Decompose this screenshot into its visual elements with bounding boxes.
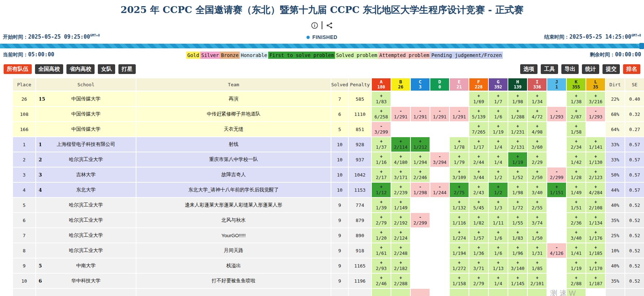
tries-time: 1/170 (589, 266, 602, 271)
tries-time: 1/31 (532, 251, 543, 256)
tries-time: 1/17 (473, 144, 484, 150)
tries-time: 1/69 (473, 99, 484, 105)
school-rank: 15 (39, 96, 45, 102)
penalty-cell: 774 (349, 198, 371, 212)
team-row[interactable]: 2615中国传媒大学再演7585+1/83+1/69+1/7+1/98+1/34… (13, 92, 644, 106)
button-rank[interactable]: 排名 (623, 64, 640, 74)
team-row[interactable]: 108中国传媒大学中传赶紧修椰子井地道队61110+6/258-1/291-1/… (13, 107, 644, 121)
tries-time: 2/43 (473, 190, 484, 196)
problem-cell-B: +1/149 (391, 198, 410, 212)
problem-cell-E: +1/132 (450, 198, 469, 212)
problem-cell-C (411, 122, 430, 136)
team-cell: 北风与秋水 (136, 213, 331, 227)
tries-time: 1/294 (413, 160, 427, 165)
problem-cell-H: +1/19 (508, 152, 527, 167)
column-header-team: Team (136, 78, 331, 91)
problem-header-I[interactable]: I336 (528, 78, 547, 91)
button-girls-teams[interactable]: 女队 (98, 64, 115, 74)
problem-solved-count: 139 (514, 85, 522, 90)
team-row[interactable]: 6哈尔滨工业大学北风与秋水9879+2/79+2/192-2/299+1/116… (13, 213, 644, 227)
button-starred-teams[interactable]: 打星 (118, 64, 136, 74)
problem-cell-C: +1/294 (411, 152, 430, 167)
attempt-mark: + (497, 93, 499, 99)
problem-header-E[interactable]: E21 (450, 78, 469, 91)
problem-cell-G: +1/19 (489, 122, 508, 136)
attempt-mark: + (516, 169, 519, 175)
problem-header-B[interactable]: B26 (391, 78, 410, 91)
button-tools[interactable]: 工具 (541, 64, 558, 74)
tries-time: 1/158 (452, 281, 466, 287)
attempt-mark: + (497, 109, 499, 114)
attempt-mark: - (438, 184, 441, 190)
problem-cell-A: +1/20 (372, 228, 391, 243)
problem-cell-K: +1/41 (567, 243, 586, 258)
problem-header-G[interactable]: G392 (489, 78, 508, 91)
tries-time: 1/4 (494, 160, 502, 165)
problem-header-C[interactable]: C3 (411, 78, 430, 91)
problem-cell-G: +1/2 (489, 167, 508, 182)
problem-cell-L: +4/284 (586, 183, 605, 197)
tries-time: 1/28 (571, 175, 582, 180)
tries-time: 1/291 (413, 114, 427, 120)
problem-cell-K: +2/88 (567, 274, 586, 288)
attempt-mark: + (458, 230, 460, 235)
attempt-mark: + (399, 230, 402, 235)
team-row[interactable]: 7哈尔滨工业大学YourGO!!!!!9890+1/20+2/124+1/274… (13, 228, 644, 243)
solved-cell: 5 (331, 122, 348, 136)
problem-cell-H: +1/145 (508, 274, 527, 288)
team-row[interactable] (13, 289, 644, 296)
se-cell: 0.52 (625, 213, 644, 227)
tries-time: 2/299 (550, 175, 564, 180)
problem-cell-L (586, 289, 605, 296)
action-button-group: 选项工具导出统计提交排名 (520, 64, 640, 74)
dirt-cell: 68% (606, 107, 625, 121)
info-icon[interactable] (311, 22, 318, 29)
button-options[interactable]: 选项 (520, 64, 538, 74)
problem-header-A[interactable]: A180 (372, 78, 391, 91)
button-export[interactable]: 导出 (561, 64, 579, 74)
team-row[interactable]: 95中南大学栈溢出91165+2/93+2/182+1/272+3/71+1/1… (13, 258, 644, 273)
team-row[interactable]: 106华中科技大学打不好要被鱼鱼喷啦91196+2/46+2/288+1/158… (13, 274, 644, 288)
tries-time: 4/284 (589, 190, 602, 196)
school-rank: 6 (39, 278, 42, 284)
team-row[interactable]: 5哈尔滨工业大学逢来人彩蓬莱大形蓬莱人彩缝莱入形蓬莱人形9774+1/39+1/… (13, 198, 644, 212)
problem-header-H[interactable]: H139 (508, 78, 527, 91)
tries-time: 3/171 (394, 175, 408, 180)
problem-cell-I: +3/74 (528, 213, 547, 227)
team-cell: 月间天路 (136, 243, 331, 258)
button-all-teams[interactable]: 所有队伍 (4, 64, 32, 74)
team-row[interactable]: 22哈尔滨工业大学重庆市第八中学校一队10937+1/16+4/180+1/29… (13, 152, 644, 167)
tries-time: 2/88 (571, 281, 582, 287)
tries-time: 1/83 (376, 99, 387, 105)
problem-cell-E (450, 92, 469, 106)
attempt-mark: + (380, 245, 382, 251)
dirt-cell: 40% (606, 198, 625, 212)
problem-header-J[interactable]: J1 (547, 78, 566, 91)
team-row[interactable]: 11上海楷登电子科技有限公司射线10928+1/37+2/114+1/212+1… (13, 137, 644, 152)
problem-header-F[interactable]: F228 (469, 78, 488, 91)
attempt-mark: - (458, 109, 460, 114)
team-row[interactable]: 33吉林大学故障吉奇人101042+2/17+3/171+2/246+3/109… (13, 167, 644, 182)
problem-header-K[interactable]: K355 (567, 78, 586, 91)
tries-time: 1/6 (494, 114, 502, 120)
icon-divider (322, 21, 322, 29)
attempt-mark: + (516, 93, 519, 99)
problem-cell-A: -3/299 (372, 122, 391, 136)
progress-scrub-handle[interactable] (639, 43, 644, 49)
attempt-mark: + (555, 184, 558, 190)
team-row[interactable]: 166中国传媒大学天衣无缝5851-3/299+7/265+1/19+1/231… (13, 122, 644, 136)
team-row[interactable]: 8哈尔滨工业大学月间天路9918+1/61+2/248+1/194+1/36+1… (13, 243, 644, 258)
legend-item-pending-judgement-frozen: Pending judgement/Frozen (430, 52, 503, 59)
button-national-schools[interactable]: 全国高校 (35, 64, 63, 74)
problem-header-L[interactable]: L35 (586, 78, 605, 91)
button-submissions[interactable]: 提交 (602, 64, 620, 74)
attempt-mark: + (477, 200, 480, 205)
penalty-cell: 1196 (349, 274, 371, 288)
problem-header-D[interactable]: D0 (430, 78, 449, 91)
team-row[interactable]: 44东北大学东北大学_请神十八年前的学长后我觉醒了101153+1/12+2/2… (13, 183, 644, 197)
share-icon[interactable] (326, 22, 333, 29)
tries-time: 1/7 (494, 99, 502, 105)
problem-letter: C (419, 79, 422, 85)
button-statistics[interactable]: 统计 (582, 64, 599, 74)
button-provincial-schools[interactable]: 省内高校 (66, 64, 95, 74)
